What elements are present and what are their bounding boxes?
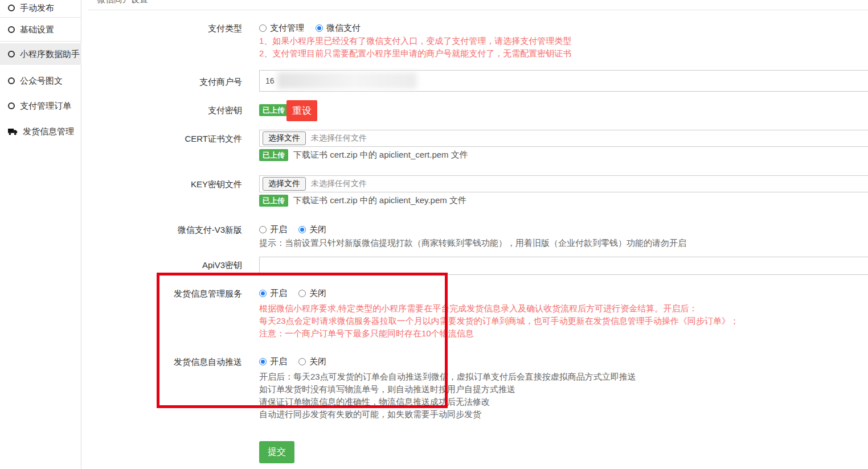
hint-line: 注意：一个商户订单号下最多只能同时存在10个物流信息 <box>259 327 739 340</box>
pay-type-option-wechat[interactable]: 微信支付 <box>316 23 361 34</box>
hint-line: 如订单发货时没有填写物流单号，则自动推送时按用户自提方式推送 <box>259 383 636 396</box>
shipping-service-option-on[interactable]: 开启 <box>259 288 287 299</box>
pay-type-radio-group: 支付管理 微信支付 <box>259 23 361 34</box>
sidebar-item-payment-orders[interactable]: 支付管理订单 <box>0 96 81 116</box>
radio-checked-icon <box>259 358 267 365</box>
truck-icon <box>8 128 18 135</box>
radio-label: 开启 <box>270 356 287 367</box>
v3-option-off[interactable]: 关闭 <box>298 224 326 235</box>
cert-hint-text: 下载证书 cert.zip 中的 apiclient_cert.pem 文件 <box>293 150 468 161</box>
sidebar-item-miniprogram-data-assistant[interactable]: 小程序数据助手 <box>0 43 81 65</box>
radio-unchecked-icon <box>259 226 267 233</box>
hint-line: 根据微信小程序要求,特定类型的小程序需要在平台完成发货信息录入及确认收货流程后方… <box>259 302 739 315</box>
hint-line: 1、如果小程序里已经没有了微信支付入口，变成了支付管理，请选择支付管理类型 <box>259 35 571 47</box>
circle-icon <box>8 5 15 11</box>
uploaded-badge: 已上传 <box>259 195 288 207</box>
apiv3-label: ApiV3密钥 <box>142 260 242 271</box>
hint-line: 每天23点会定时请求微信服务器拉取一个月以内需要发货的订单到商城，也可手动更新在… <box>259 315 739 327</box>
hint-line: 2、支付管理目前只需要配置小程序里申请的商户号就能支付了，无需配置密钥证书 <box>259 47 571 60</box>
radio-checked-icon <box>298 226 306 233</box>
apiv3-input[interactable] <box>259 257 868 275</box>
sidebar-item-label: 公众号图文 <box>20 76 63 87</box>
shipping-push-radio-group: 开启 关闭 <box>259 356 326 367</box>
no-file-text: 未选择任何文件 <box>311 179 367 189</box>
pay-type-option-manage[interactable]: 支付管理 <box>259 23 304 34</box>
radio-unchecked-icon <box>298 358 306 365</box>
no-file-text: 未选择任何文件 <box>311 133 367 143</box>
v3-hint: 提示：当前设置只针对新版微信提现打款（商家转账到零钱功能），用着旧版（企业付款到… <box>259 237 686 249</box>
shipping-service-hints: 根据微信小程序要求,特定类型的小程序需要在平台完成发货信息录入及确认收货流程后方… <box>259 302 739 340</box>
radio-unchecked-icon <box>259 24 267 32</box>
pay-type-label: 支付类型 <box>142 23 242 34</box>
sidebar-divider <box>0 41 81 42</box>
sidebar-item-label: 发货信息管理 <box>23 126 74 137</box>
shipping-service-option-off[interactable]: 关闭 <box>298 288 326 299</box>
sidebar-item-label: 小程序数据助手 <box>20 49 80 60</box>
radio-unchecked-icon <box>298 290 306 297</box>
radio-label: 开启 <box>270 288 287 299</box>
header-divider <box>88 10 868 10</box>
shipping-service-label: 发货信息管理服务 <box>142 289 242 299</box>
sidebar-item-basic-settings[interactable]: 基础设置 <box>0 20 81 39</box>
radio-label: 关闭 <box>309 224 326 235</box>
cert-file-input[interactable]: 选择文件 未选择任何文件 <box>259 130 868 147</box>
circle-icon <box>8 51 15 57</box>
key-file-label: KEY密钥文件 <box>142 179 242 190</box>
shipping-push-hints: 开启后：每天23点可发货的订单会自动推送到微信，虚拟订单支付后会直接按虚拟商品方… <box>259 371 636 421</box>
v3-label: 微信支付-V3新版 <box>142 225 242 236</box>
submit-button[interactable]: 提交 <box>259 441 294 463</box>
sidebar-item-label: 手动发布 <box>20 3 54 14</box>
radio-checked-icon <box>316 24 323 32</box>
uploaded-badge: 已上传 <box>259 104 288 116</box>
choose-file-button[interactable]: 选择文件 <box>263 131 306 145</box>
sidebar-item-label: 支付管理订单 <box>20 101 71 112</box>
hint-line: 自动进行同步发货有失败的可能，如失败需要手动同步发货 <box>259 408 636 421</box>
radio-label: 关闭 <box>309 288 326 299</box>
radio-label: 开启 <box>270 224 287 235</box>
circle-icon <box>8 102 15 109</box>
sidebar-item-shipping-info[interactable]: 发货信息管理 <box>0 122 81 141</box>
cert-file-label: CERT证书文件 <box>142 134 242 145</box>
sidebar: 手动发布 基础设置 小程序数据助手 公众号图文 支付管理订单 发货信息管理 <box>0 0 81 469</box>
shipping-service-radio-group: 开启 关闭 <box>259 288 326 299</box>
radio-label: 微信支付 <box>326 23 361 34</box>
sidebar-divider <box>0 17 81 18</box>
v3-option-on[interactable]: 开启 <box>259 224 287 235</box>
merchant-id-label: 支付商户号 <box>142 77 242 88</box>
shipping-push-label: 发货信息自动推送 <box>142 357 242 368</box>
v3-radio-group: 开启 关闭 <box>259 224 326 235</box>
key-hint-text: 下载证书 cert.zip 中的 apiclient_key.pem 文件 <box>293 195 466 206</box>
redaction-blur <box>277 72 417 89</box>
reset-button[interactable]: 重设 <box>286 100 317 121</box>
sidebar-item-label: 基础设置 <box>20 24 54 35</box>
shipping-push-option-on[interactable]: 开启 <box>259 356 287 367</box>
radio-label: 关闭 <box>309 356 326 367</box>
hint-line: 请保证订单物流信息的准确性，物流信息推送成功后无法修改 <box>259 396 636 408</box>
key-file-input[interactable]: 选择文件 未选择任何文件 <box>259 175 868 192</box>
choose-file-button[interactable]: 选择文件 <box>263 177 306 191</box>
page-title: 微信商户设置 <box>97 0 148 5</box>
circle-icon <box>8 77 15 84</box>
key-uploaded-line: 已上传 下载证书 cert.zip 中的 apiclient_key.pem 文… <box>259 195 466 207</box>
uploaded-badge: 已上传 <box>259 149 288 161</box>
radio-label: 支付管理 <box>270 23 304 34</box>
shipping-push-option-off[interactable]: 关闭 <box>298 356 326 367</box>
circle-icon <box>8 26 15 33</box>
cert-uploaded-line: 已上传 下载证书 cert.zip 中的 apiclient_cert.pem … <box>259 149 468 161</box>
radio-checked-icon <box>259 290 267 297</box>
sidebar-item-official-account-articles[interactable]: 公众号图文 <box>0 71 81 90</box>
pay-type-hints: 1、如果小程序里已经没有了微信支付入口，变成了支付管理，请选择支付管理类型 2、… <box>259 35 571 59</box>
pay-key-label: 支付密钥 <box>142 105 242 116</box>
hint-line: 开启后：每天23点可发货的订单会自动推送到微信，虚拟订单支付后会直接按虚拟商品方… <box>259 371 636 383</box>
sidebar-item-manual-publish[interactable]: 手动发布 <box>0 0 81 18</box>
